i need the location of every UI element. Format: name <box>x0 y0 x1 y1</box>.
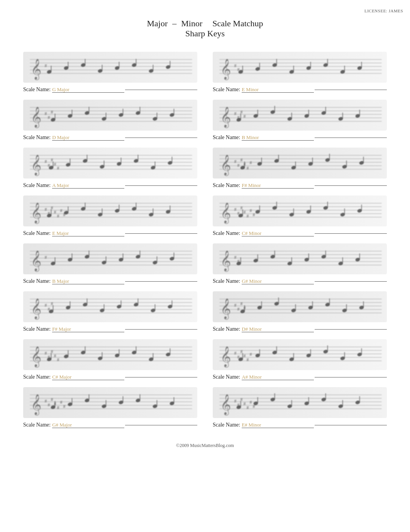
svg-text:𝄞: 𝄞 <box>31 346 41 368</box>
svg-text:#: # <box>45 255 47 260</box>
svg-text:𝄞: 𝄞 <box>31 394 41 416</box>
music-staff-14: 𝄞###### <box>213 339 387 370</box>
svg-text:𝄞: 𝄞 <box>31 107 41 128</box>
scale-item-12: 𝄞####Scale Name:D# Minor <box>213 291 387 332</box>
scale-item-3: 𝄞###Scale Name:D Major <box>23 100 197 141</box>
scale-name-label-1: Scale Name: <box>23 87 51 93</box>
scale-name-label-8: Scale Name: <box>213 230 240 236</box>
svg-text:#: # <box>237 306 240 312</box>
scale-name-label-9: Scale Name: <box>23 278 51 284</box>
svg-text:#: # <box>48 115 50 120</box>
svg-text:#: # <box>63 404 66 409</box>
svg-text:#: # <box>234 207 237 212</box>
svg-text:#: # <box>57 357 59 362</box>
scale-name-line-8 <box>315 233 387 234</box>
svg-text:#: # <box>45 159 47 164</box>
scale-name-row-8: Scale Name:C# Minor <box>213 230 387 236</box>
svg-text:#: # <box>234 255 237 260</box>
svg-text:#: # <box>51 301 53 306</box>
music-staff-10: 𝄞## <box>213 243 387 274</box>
svg-text:𝄞: 𝄞 <box>220 394 231 416</box>
svg-text:#: # <box>234 398 237 404</box>
svg-text:#: # <box>54 353 56 359</box>
svg-text:𝄞: 𝄞 <box>220 298 231 320</box>
svg-text:#: # <box>250 208 252 213</box>
svg-text:#: # <box>247 165 249 171</box>
music-staff-7: 𝄞####### <box>23 195 197 226</box>
footer-text: ©2009 MusicMattersBlog.com <box>176 443 234 448</box>
svg-text:#: # <box>250 352 252 357</box>
scale-name-value-12: D# Minor <box>242 326 314 332</box>
scale-name-line-9 <box>125 281 197 282</box>
scale-item-10: 𝄞##Scale Name:G# Minor <box>213 243 387 284</box>
music-staff-8: 𝄞####### <box>213 195 387 226</box>
scale-name-line-1 <box>125 90 197 90</box>
scale-name-value-14: A# Minor <box>242 374 314 380</box>
scale-item-6: 𝄞######Scale Name:F# Minor <box>213 148 387 189</box>
scale-item-11: 𝄞###Scale Name:F# Major <box>23 291 197 332</box>
scale-name-row-5: Scale Name:A Major <box>23 182 197 189</box>
scale-name-line-11 <box>125 329 197 330</box>
svg-text:#: # <box>51 397 53 402</box>
licensee-text: LICENSEE: JAMES <box>364 8 403 13</box>
scale-name-value-16: E# Minor <box>242 422 314 428</box>
music-staff-5: 𝄞##### <box>23 148 197 178</box>
scale-name-line-3 <box>125 138 197 138</box>
svg-text:#: # <box>54 161 56 167</box>
svg-text:#: # <box>241 205 243 211</box>
scale-item-1: 𝄞#Scale Name:G Major <box>23 52 197 93</box>
music-staff-15: 𝄞####### <box>23 387 197 418</box>
scale-name-row-16: Scale Name:E# Minor <box>213 422 387 428</box>
svg-text:𝄞: 𝄞 <box>220 202 231 224</box>
scale-name-row-13: Scale Name:C# Major <box>23 374 197 380</box>
svg-text:𝄞: 𝄞 <box>31 155 41 176</box>
page-header: Major – Minor Scale Matchup Sharp Keys <box>0 0 410 39</box>
scale-name-label-14: Scale Name: <box>213 374 240 380</box>
svg-text:#: # <box>57 213 59 219</box>
svg-text:#: # <box>51 157 53 163</box>
scale-name-value-10: G# Minor <box>242 278 314 284</box>
scale-name-row-15: Scale Name:G# Major <box>23 422 197 428</box>
scale-name-value-15: G# Major <box>52 422 124 428</box>
scale-item-16: 𝄞#######Scale Name:E# Minor <box>213 387 387 428</box>
svg-text:#: # <box>51 109 53 115</box>
scale-name-line-5 <box>125 185 197 186</box>
scale-name-label-12: Scale Name: <box>213 326 240 332</box>
header-matchup: Scale Matchup <box>212 19 263 29</box>
scale-item-14: 𝄞######Scale Name:A# Minor <box>213 339 387 380</box>
scale-name-row-11: Scale Name:F# Major <box>23 326 197 332</box>
scale-name-line-6 <box>315 185 387 186</box>
svg-text:𝄞: 𝄞 <box>31 298 41 320</box>
scale-name-row-7: Scale Name:E Major <box>23 230 197 236</box>
scale-name-label-6: Scale Name: <box>213 182 240 189</box>
scale-name-row-3: Scale Name:D Major <box>23 134 197 141</box>
svg-text:#: # <box>45 111 47 116</box>
scale-name-row-4: Scale Name:B Minor <box>213 134 387 141</box>
scale-name-value-13: C# Major <box>52 374 124 380</box>
svg-text:#: # <box>247 357 249 362</box>
scale-item-2: 𝄞##Scale Name:E Minor <box>213 52 387 93</box>
scale-name-value-3: D Major <box>52 134 124 141</box>
svg-text:𝄞: 𝄞 <box>220 155 231 176</box>
header-major: Major <box>147 19 168 29</box>
music-staff-13: 𝄞##### <box>23 339 197 370</box>
svg-text:#: # <box>250 160 252 165</box>
scale-name-label-16: Scale Name: <box>213 422 240 428</box>
header-line2: Sharp Keys <box>0 29 410 39</box>
svg-text:#: # <box>241 301 243 306</box>
scale-name-value-5: A Major <box>52 182 124 189</box>
scale-name-label-2: Scale Name: <box>213 87 240 93</box>
scale-name-value-1: G Major <box>52 87 124 93</box>
svg-text:𝄞: 𝄞 <box>220 59 231 80</box>
scale-name-value-8: C# Minor <box>242 230 314 236</box>
svg-text:#: # <box>244 114 246 119</box>
scale-name-row-2: Scale Name:E Minor <box>213 87 387 93</box>
scale-name-label-7: Scale Name: <box>23 230 51 236</box>
scale-name-label-4: Scale Name: <box>213 134 240 141</box>
scale-name-row-6: Scale Name:F# Minor <box>213 182 387 189</box>
scales-grid: 𝄞#Scale Name:G Major𝄞##Scale Name:E Mino… <box>0 48 410 435</box>
svg-text:#: # <box>253 212 255 218</box>
svg-text:#: # <box>241 157 243 163</box>
scale-item-4: 𝄞####Scale Name:B Minor <box>213 100 387 141</box>
music-staff-9: 𝄞# <box>23 243 197 274</box>
